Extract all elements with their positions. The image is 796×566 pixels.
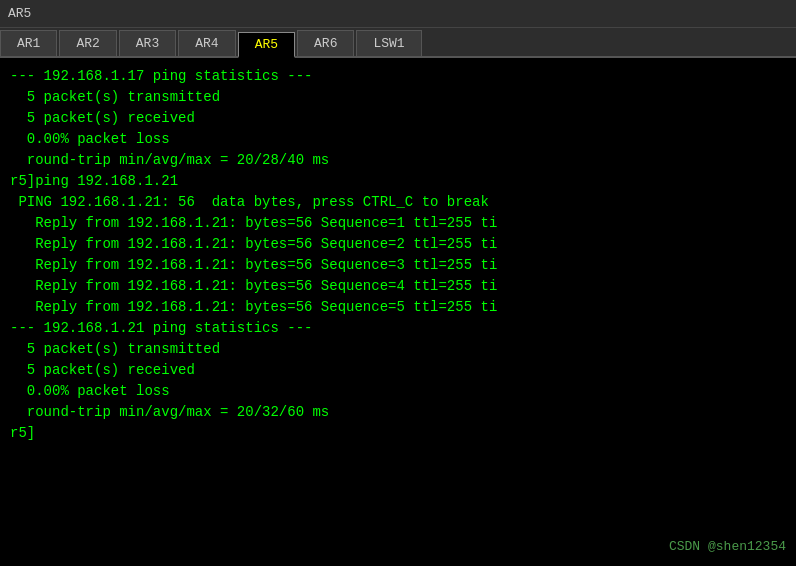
terminal-line: 5 packet(s) received	[10, 108, 786, 129]
terminal-line: Reply from 192.168.1.21: bytes=56 Sequen…	[10, 234, 786, 255]
tab-ar4[interactable]: AR4	[178, 30, 235, 56]
terminal-line: Reply from 192.168.1.21: bytes=56 Sequen…	[10, 297, 786, 318]
tab-ar2[interactable]: AR2	[59, 30, 116, 56]
terminal-line: 0.00% packet loss	[10, 381, 786, 402]
terminal-line: --- 192.168.1.17 ping statistics ---	[10, 66, 786, 87]
terminal-line: 5 packet(s) received	[10, 360, 786, 381]
terminal-line: 5 packet(s) transmitted	[10, 87, 786, 108]
terminal-line: round-trip min/avg/max = 20/28/40 ms	[10, 150, 786, 171]
terminal[interactable]: --- 192.168.1.17 ping statistics --- 5 p…	[0, 58, 796, 566]
terminal-line: r5]ping 192.168.1.21	[10, 171, 786, 192]
tab-bar: AR1 AR2 AR3 AR4 AR5 AR6 LSW1	[0, 28, 796, 58]
tab-lsw1[interactable]: LSW1	[356, 30, 421, 56]
tab-ar6[interactable]: AR6	[297, 30, 354, 56]
terminal-line: 0.00% packet loss	[10, 129, 786, 150]
tab-ar1[interactable]: AR1	[0, 30, 57, 56]
terminal-line: r5]	[10, 423, 786, 444]
tab-ar3[interactable]: AR3	[119, 30, 176, 56]
terminal-line: Reply from 192.168.1.21: bytes=56 Sequen…	[10, 276, 786, 297]
title-bar: AR5	[0, 0, 796, 28]
terminal-line: Reply from 192.168.1.21: bytes=56 Sequen…	[10, 213, 786, 234]
tab-ar5[interactable]: AR5	[238, 32, 295, 58]
watermark: CSDN @shen12354	[669, 537, 786, 557]
terminal-line: PING 192.168.1.21: 56 data bytes, press …	[10, 192, 786, 213]
title-bar-text: AR5	[8, 6, 31, 21]
terminal-line: round-trip min/avg/max = 20/32/60 ms	[10, 402, 786, 423]
terminal-line: Reply from 192.168.1.21: bytes=56 Sequen…	[10, 255, 786, 276]
terminal-line: --- 192.168.1.21 ping statistics ---	[10, 318, 786, 339]
terminal-line: 5 packet(s) transmitted	[10, 339, 786, 360]
